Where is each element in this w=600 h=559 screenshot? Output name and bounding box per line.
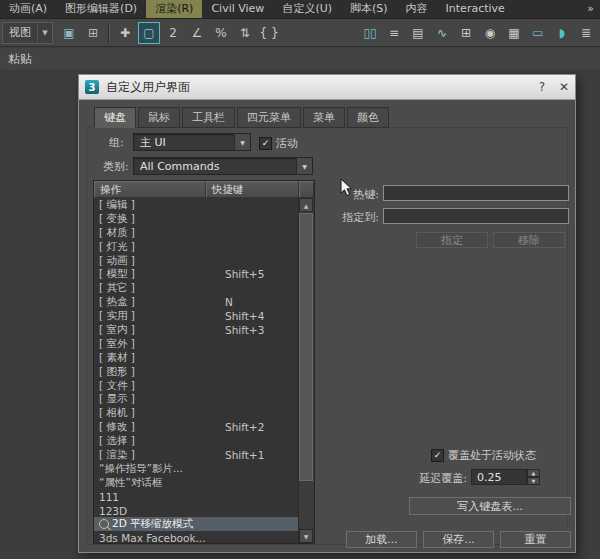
- row-action-text: 123D: [99, 505, 127, 517]
- table-row[interactable]: [ 室内 ]Shift+3: [94, 323, 299, 337]
- menu-item-s[interactable]: 脚本(S): [341, 0, 397, 18]
- table-row[interactable]: [ 修改 ]Shift+2: [94, 420, 299, 434]
- row-action-label: [ 室内 ]: [94, 323, 209, 337]
- menu-item-r[interactable]: 渲染(R): [146, 0, 202, 18]
- rendered-frame-icon[interactable]: ▭: [527, 22, 549, 44]
- table-row[interactable]: [ 渲染 ]Shift+1: [94, 448, 299, 462]
- load-button[interactable]: 加载...: [346, 531, 417, 548]
- main-toolbar: 视图 ▼ ▣⊞ ✚▢2∠%⇅{ } ▯▯≡▤∿⊞◉▦▭◗≣: [0, 19, 600, 47]
- render-production-icon[interactable]: ◗: [551, 22, 573, 44]
- select-and-move-icon[interactable]: ✚: [114, 22, 136, 44]
- tab-鼠标[interactable]: 鼠标: [138, 107, 180, 128]
- table-row[interactable]: [ 编辑 ]: [94, 198, 299, 212]
- scrollbar-thumb[interactable]: [299, 213, 313, 481]
- table-row[interactable]: [ 材质 ]: [94, 226, 299, 240]
- override-active-label: 覆盖处于活动状态: [448, 448, 536, 463]
- snap-toggle-2d-icon[interactable]: 2: [162, 22, 184, 44]
- remove-button[interactable]: 移除: [493, 232, 565, 248]
- table-row[interactable]: [ 动画 ]: [94, 254, 299, 268]
- toolbar-more-icon[interactable]: ≣: [575, 22, 597, 44]
- scroll-up-icon[interactable]: ▲: [299, 198, 313, 212]
- save-button[interactable]: 保存...: [423, 531, 494, 548]
- render-setup-icon[interactable]: ▦: [503, 22, 525, 44]
- hotkey-input[interactable]: [383, 185, 569, 201]
- tab-四元菜单[interactable]: 四元菜单: [237, 107, 301, 128]
- spinner-snap-icon[interactable]: ⇅: [234, 22, 256, 44]
- row-action-label: “属性”对话框: [94, 476, 209, 490]
- table-row[interactable]: [ 实用 ]Shift+4: [94, 309, 299, 323]
- menu-item-interactive[interactable]: Interactive: [437, 0, 514, 18]
- row-hotkey-label: Shift+4: [209, 310, 264, 322]
- row-action-label: [ 相机 ]: [94, 406, 209, 420]
- render-production-icon-glyph: ◗: [559, 26, 565, 40]
- table-row[interactable]: [ 其它 ]: [94, 281, 299, 295]
- reset-button[interactable]: 重置: [500, 531, 571, 548]
- category-dropdown[interactable]: All Commands ▼: [133, 157, 313, 175]
- schematic-view-icon[interactable]: ⊞: [455, 22, 477, 44]
- row-action-text: [ 编辑 ]: [99, 198, 135, 212]
- row-action-text: [ 材质 ]: [99, 226, 135, 240]
- row-action-label: [ 文件 ]: [94, 379, 209, 393]
- angle-snap-icon[interactable]: ∠: [186, 22, 208, 44]
- table-row[interactable]: [ 灯光 ]: [94, 240, 299, 254]
- table-row[interactable]: 2D 平移缩放模式: [94, 517, 299, 531]
- menu-item-d[interactable]: 图形编辑器(D): [56, 0, 146, 18]
- layer-manager-icon[interactable]: ▤: [407, 22, 429, 44]
- percent-snap-icon[interactable]: %: [210, 22, 232, 44]
- table-row[interactable]: 3ds Max Facebook...: [94, 531, 299, 543]
- dialog-titlebar[interactable]: 3 自定义用户界面 ? ✕: [79, 75, 575, 100]
- tab-键盘[interactable]: 键盘: [94, 107, 136, 128]
- active-checkbox[interactable]: ✓ 活动: [259, 136, 298, 151]
- curve-editor-icon[interactable]: ∿: [431, 22, 453, 44]
- tab-颜色[interactable]: 颜色: [347, 107, 389, 128]
- view-dropdown[interactable]: 视图 ▼: [2, 22, 53, 44]
- table-row[interactable]: [ 显示 ]: [94, 392, 299, 406]
- menu-item[interactable]: 内容: [397, 0, 437, 18]
- spinner-up-icon[interactable]: ▲: [527, 469, 540, 477]
- checkbox-check-icon: ✓: [259, 137, 272, 150]
- spinner-down-icon[interactable]: ▼: [527, 477, 540, 485]
- schematic-link-icon[interactable]: ⊞: [82, 22, 104, 44]
- column-header-action[interactable]: 操作: [94, 181, 206, 198]
- table-row[interactable]: [ 相机 ]: [94, 406, 299, 420]
- scroll-down-icon[interactable]: ▼: [299, 529, 313, 543]
- write-keyboard-chart-button[interactable]: 写入键盘表...: [409, 497, 571, 515]
- table-row[interactable]: [ 选择 ]: [94, 434, 299, 448]
- list-scrollbar[interactable]: ▲ ▼: [298, 198, 314, 543]
- close-button[interactable]: ✕: [553, 76, 575, 98]
- schematic-link-icon-glyph: ⊞: [88, 26, 98, 40]
- column-header-hotkey[interactable]: 快捷键: [206, 181, 299, 198]
- assign-button[interactable]: 指定: [416, 232, 488, 248]
- delay-override-spinner[interactable]: ▲ ▼: [527, 469, 540, 485]
- table-row[interactable]: [ 模型 ]Shift+5: [94, 267, 299, 281]
- group-dropdown[interactable]: 主 UI ▼: [133, 133, 251, 151]
- table-row[interactable]: “操作指导”影片...: [94, 462, 299, 476]
- table-row[interactable]: “属性”对话框: [94, 476, 299, 490]
- table-row[interactable]: [ 文件 ]: [94, 379, 299, 393]
- delay-override-field[interactable]: 0.25: [471, 469, 527, 485]
- mirror-icon[interactable]: ▯▯: [359, 22, 381, 44]
- paste-label[interactable]: 粘贴: [0, 51, 32, 68]
- table-row[interactable]: [ 变换 ]: [94, 212, 299, 226]
- menu-item-a[interactable]: 动画(A): [0, 0, 56, 18]
- viewport-layout-icon[interactable]: ▣: [58, 22, 80, 44]
- tab-菜单[interactable]: 菜单: [303, 107, 345, 128]
- material-editor-icon[interactable]: ◉: [479, 22, 501, 44]
- table-row[interactable]: [ 热盒 ]N: [94, 295, 299, 309]
- menu-item-civilview[interactable]: Civil View: [202, 0, 273, 18]
- align-icon[interactable]: ≡: [383, 22, 405, 44]
- assigned-to-input[interactable]: [383, 208, 569, 224]
- table-row[interactable]: [ 素材 ]: [94, 351, 299, 365]
- tab-工具栏[interactable]: 工具栏: [182, 107, 235, 128]
- table-row[interactable]: 123D: [94, 504, 299, 518]
- select-object-icon[interactable]: ▢: [138, 22, 160, 44]
- help-button[interactable]: ?: [531, 76, 553, 98]
- table-row[interactable]: [ 室外 ]: [94, 337, 299, 351]
- table-row[interactable]: [ 图形 ]: [94, 365, 299, 379]
- override-active-checkbox[interactable]: ✓ 覆盖处于活动状态: [431, 448, 536, 463]
- menu-overflow-chevron[interactable]: »: [581, 0, 600, 18]
- named-selection-sets-icon[interactable]: { }: [258, 22, 280, 44]
- menu-item-u[interactable]: 自定义(U): [273, 0, 341, 18]
- row-action-text: [ 室外 ]: [99, 337, 135, 351]
- table-row[interactable]: 111: [94, 490, 299, 504]
